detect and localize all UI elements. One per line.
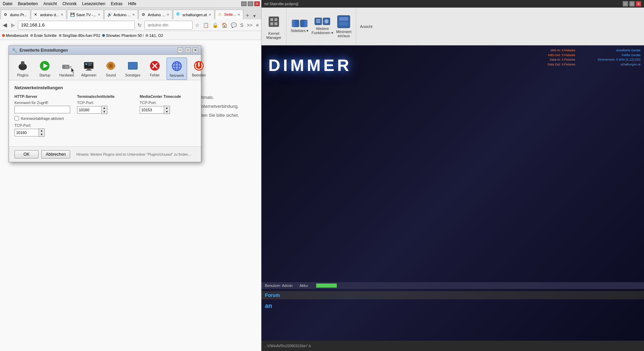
dialog-section-title: Netzwerkeinstellungen — [14, 85, 195, 90]
dialog-tab-plugins[interactable]: Plugins — [12, 58, 33, 80]
mediacenter-tcp-down-button[interactable]: ▼ — [164, 110, 170, 114]
bookmark-1und1[interactable]: 1&1, O2 — [146, 33, 163, 38]
password-checkbox[interactable] — [14, 116, 19, 121]
netzwerk-label: Netzwerk — [170, 74, 184, 78]
maximize-button[interactable]: □ — [248, 1, 253, 6]
bookmark-list-icon[interactable]: 📋 — [202, 22, 210, 29]
menu-lesezeichen[interactable]: Lesezeichen — [79, 1, 108, 7]
terminal-tcp-port-input[interactable] — [77, 106, 101, 114]
search-input[interactable] — [144, 21, 193, 30]
dialog-title-icon: 🔧 — [12, 48, 18, 53]
bookmark-star-icon[interactable]: ☆ — [194, 22, 201, 29]
dialog-minimize-button[interactable]: ─ — [178, 48, 183, 53]
browser-menubar: Datei Bearbeiten Ansicht Chronik Lesezei… — [0, 0, 261, 8]
http-tcp-port-input[interactable] — [14, 129, 39, 136]
bookmark-showtec[interactable]: Showtec Phantom 50 L... — [102, 33, 143, 38]
sync-icon[interactable]: 🔒 — [211, 22, 219, 29]
tab-5[interactable]: 🌐 schaltungen.at ✕ — [173, 10, 214, 19]
more-tools-icon[interactable]: >> — [246, 22, 253, 29]
netzwerk-icon — [170, 59, 184, 73]
menu-ansicht[interactable]: Ansicht — [41, 1, 60, 7]
ok-button[interactable]: OK — [14, 150, 39, 158]
terminal-tcp-down-button[interactable]: ▼ — [101, 110, 107, 114]
http-tcp-up-button[interactable]: ▲ — [39, 129, 44, 133]
tab-1[interactable]: ✕ arduino d... ✕ — [31, 10, 66, 19]
svg-rect-34 — [88, 65, 92, 65]
minimize-button[interactable]: ─ — [241, 1, 247, 6]
back-button[interactable]: ◀ — [1, 21, 8, 29]
menu-bearbeiten[interactable]: Bearbeiten — [15, 1, 41, 7]
dialog-tab-fehler[interactable]: Fehler — [144, 58, 165, 80]
dialog-maximize-button[interactable]: □ — [185, 48, 191, 53]
menu-hilfe[interactable]: Hilfe — [125, 1, 139, 7]
tab-close-1[interactable]: ✕ — [61, 13, 63, 17]
close-button[interactable]: ✕ — [254, 1, 260, 6]
bookmark-meistbesucht[interactable]: Meistbesucht — [2, 33, 28, 38]
menu-datei[interactable]: Datei — [0, 1, 15, 7]
home-icon[interactable]: 🏠 — [221, 22, 228, 29]
ribbon-group-ansicht: Ansicht — [356, 8, 377, 45]
app-close-button[interactable]: ✕ — [636, 1, 641, 7]
app-main-area: DIMMER MID-In: 3 Fixtures MID-Out: 3 Fix… — [261, 45, 644, 341]
password-input[interactable] — [14, 106, 70, 113]
tab-3[interactable]: 🔊 Arduino ... ✕ — [104, 10, 138, 19]
dimmer-area: DIMMER MID-In: 3 Fixtures MID-Out: 3 Fix… — [261, 45, 644, 341]
menu-icon[interactable]: ≡ — [255, 22, 260, 29]
app-maximize-button[interactable]: □ — [629, 1, 635, 7]
sound-icon — [104, 59, 118, 73]
tab-6[interactable]: ⚠ Seite... ✕ — [215, 10, 243, 19]
dialog-tab-allgemein[interactable]: Allgemein — [78, 58, 99, 80]
dialog-tab-beenden[interactable]: Beenden — [189, 58, 209, 80]
share-icon[interactable]: 💬 — [230, 22, 238, 29]
bookmark-singstar[interactable]: SingStar-80s-fuer-PS2... — [59, 33, 100, 38]
kernel-manager-icon[interactable] — [266, 13, 282, 30]
dialog-tab-startup[interactable]: Startup — [34, 58, 55, 80]
tab-close-3[interactable]: ✕ — [132, 13, 135, 17]
dialog-close-button[interactable]: ✕ — [193, 48, 198, 53]
tab-0[interactable]: ⚙ duino Pr... — [1, 10, 30, 19]
startup-label: Startup — [39, 73, 50, 77]
mediacenter-label: MediaCenter Timecode — [140, 94, 195, 99]
dialog-tab-sonstiges[interactable]: Sonstiges — [122, 58, 143, 80]
weitere-funktionen-item[interactable]: WeitereFunktionen ▾ — [311, 18, 333, 35]
tab-close-6[interactable]: ✕ — [237, 13, 240, 17]
browser-bookmarks-bar: Meistbesucht Erste Schritte SingStar-80s… — [0, 31, 261, 40]
menu-chronik[interactable]: Chronik — [60, 1, 79, 7]
sidebars-item[interactable]: Sidebars ▾ — [291, 20, 309, 33]
reload-button[interactable]: ↻ — [136, 22, 143, 29]
svg-rect-20 — [20, 64, 25, 65]
fehlt-devices-status: Fehlte Geräte — [598, 53, 641, 58]
bookmark-erste-schritte[interactable]: Erste Schritte — [30, 33, 57, 38]
new-tab-button[interactable]: + — [244, 12, 251, 19]
dialog-tab-netzwerk[interactable]: Netzwerk — [167, 58, 187, 80]
shield-icon[interactable]: S — [239, 22, 244, 29]
menu-extras[interactable]: Extras — [108, 1, 125, 7]
dialog-window: 🔧 Erweiterte Einstellungen ─ □ ✕ Plugins — [9, 45, 201, 162]
beenden-label: Beenden — [192, 73, 206, 77]
tab-close-5[interactable]: ✕ — [208, 13, 211, 17]
forward-button[interactable]: ▶ — [10, 21, 17, 29]
tab-close-2[interactable]: ✕ — [98, 13, 100, 17]
cancel-button[interactable]: Abbrechen — [41, 150, 70, 158]
tab-2[interactable]: 💾 Save.TV -... ✕ — [67, 10, 104, 19]
dialog-tab-hardware[interactable]: Hardware — [56, 58, 77, 80]
minimiert-item[interactable]: Minimiertein/aus — [336, 15, 352, 38]
password-checkbox-label[interactable]: Kennwortabfrage aktiviert — [21, 116, 64, 121]
terminal-tcp-up-button[interactable]: ▲ — [101, 106, 107, 110]
forum-link[interactable]: Forum — [265, 292, 280, 298]
app-minimize-button[interactable]: ─ — [623, 1, 628, 7]
dialog-tab-sound[interactable]: Sound — [100, 58, 121, 80]
mediacenter-tcp-up-button[interactable]: ▲ — [164, 106, 170, 110]
bookmark-label-1: Erste Schritte — [34, 33, 57, 38]
plugins-label: Plugins — [17, 73, 29, 77]
svg-rect-9 — [304, 20, 307, 27]
bookmark-label-3: Showtec Phantom 50 L... — [106, 33, 143, 38]
tab-4[interactable]: ⚙ Arduino ... ✕ — [139, 10, 172, 19]
address-bar[interactable] — [18, 21, 135, 30]
allgemein-label: Allgemein — [81, 73, 96, 77]
http-tcp-down-button[interactable]: ▼ — [39, 133, 44, 136]
mediacenter-tcp-spinner: ▲ ▼ — [140, 106, 195, 114]
mediacenter-tcp-port-input[interactable] — [140, 106, 164, 114]
tab-list-button[interactable]: ▾ — [252, 13, 257, 19]
tab-close-4[interactable]: ✕ — [167, 13, 169, 17]
